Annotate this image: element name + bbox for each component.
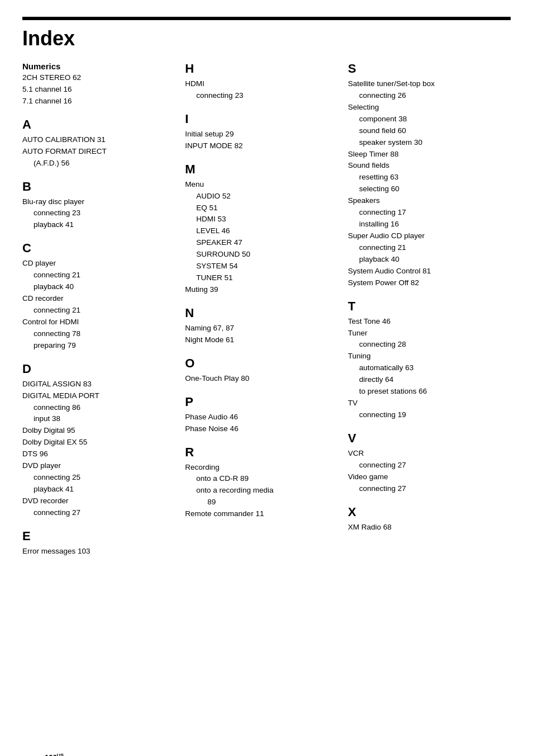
entry-dmp-input: input 38 (22, 413, 174, 425)
page-number: 106US (45, 753, 64, 756)
entry-super-audio-cd-playback: playback 40 (348, 254, 499, 266)
entry-sound-fields-selecting: selecting 60 (348, 183, 499, 195)
entry-system-power-off: System Power Off 82 (348, 277, 499, 289)
entry-cd-player: CD player (22, 258, 174, 270)
entry-cd-player-connecting: connecting 21 (22, 270, 174, 281)
entry-menu: Menu (185, 179, 336, 191)
entry-menu-level: LEVEL 46 (185, 225, 336, 237)
entry-speakers-connecting: connecting 17 (348, 207, 499, 219)
section-numerics: Numerics 2CH STEREO 62 5.1 channel 16 7.… (22, 62, 174, 107)
entry-menu-audio: AUDIO 52 (185, 191, 336, 202)
entry-auto-calibration: AUTO CALIBRATION 31 (22, 134, 174, 146)
entry-phase-audio: Phase Audio 46 (185, 412, 336, 423)
section-letter-v: V (348, 431, 499, 446)
entry-xm-radio: XM Radio 68 (348, 522, 499, 533)
entry-hdmi-connecting: connecting 23 (185, 90, 336, 102)
entry-error-messages: Error messages 103 (22, 546, 174, 557)
entry-dvd-recorder-connecting: connecting 27 (22, 507, 174, 519)
entry-input-mode: INPUT MODE 82 (185, 140, 336, 152)
entry-satellite-tuner: Satellite tuner/Set-top box (348, 78, 499, 90)
entry-tuner-connecting: connecting 28 (348, 339, 499, 351)
section-letter-r: R (185, 445, 336, 460)
section-letter-x: X (348, 505, 499, 519)
entry-digital-media-port: DIGITAL MEDIA PORT (22, 390, 174, 402)
entry-control-hdmi-preparing: preparing 79 (22, 340, 174, 352)
entry-satellite-connecting: connecting 26 (348, 90, 499, 102)
index-columns: Numerics 2CH STEREO 62 5.1 channel 16 7.… (22, 62, 511, 568)
section-c: C CD player connecting 21 playback 40 CD… (22, 241, 174, 351)
entry-speakers: Speakers (348, 195, 499, 207)
section-v: V VCR connecting 27 Video game connectin… (348, 431, 499, 495)
entry-bluray: Blu-ray disc player (22, 196, 174, 208)
entry-bluray-playback: playback 41 (22, 219, 174, 231)
entry-dolby-digital-ex: Dolby Digital EX 55 (22, 437, 174, 448)
entry-tuning: Tuning (348, 351, 499, 362)
section-letter-o: O (185, 356, 336, 371)
column-2: H HDMI connecting 23 I Initial setup 29 … (185, 62, 348, 530)
entry-dvd-player-playback: playback 41 (22, 484, 174, 495)
entry-control-hdmi-connecting: connecting 78 (22, 328, 174, 340)
entry-dvd-player: DVD player (22, 460, 174, 472)
entry-sleep-timer: Sleep Timer 88 (348, 149, 499, 160)
section-b: B Blu-ray disc player connecting 23 play… (22, 179, 174, 231)
entry-super-audio-cd-connecting: connecting 21 (348, 242, 499, 254)
entry-menu-system: SYSTEM 54 (185, 261, 336, 272)
entry-hdmi: HDMI (185, 78, 336, 90)
section-r: R Recording onto a CD-R 89 onto a record… (185, 445, 336, 521)
page-title: Index (22, 27, 511, 50)
entry-dmp-connecting: connecting 86 (22, 402, 174, 414)
entry-system-audio-control: System Audio Control 81 (348, 266, 499, 277)
section-a: A AUTO CALIBRATION 31 AUTO FORMAT DIRECT… (22, 117, 174, 169)
section-letter-t: T (348, 299, 499, 314)
section-s: S Satellite tuner/Set-top box connecting… (348, 62, 499, 289)
entry-menu-speaker: SPEAKER 47 (185, 237, 336, 249)
entry-bluray-connecting: connecting 23 (22, 207, 174, 219)
column-3: S Satellite tuner/Set-top box connecting… (348, 62, 511, 544)
entry-dts: DTS 96 (22, 448, 174, 460)
entry-cd-recorder-connecting: connecting 21 (22, 305, 174, 316)
entry-71channel: 7.1 channel 16 (22, 96, 174, 107)
section-o: O One-Touch Play 80 (185, 356, 336, 385)
entry-vcr: VCR (348, 448, 499, 460)
entry-initial-setup: Initial setup 29 (185, 129, 336, 140)
entry-video-game: Video game (348, 471, 499, 483)
entry-menu-surround: SURROUND 50 (185, 249, 336, 261)
section-d: D DIGITAL ASSIGN 83 DIGITAL MEDIA PORT c… (22, 362, 174, 519)
section-letter-s: S (348, 62, 499, 76)
entry-sound-fields: Sound fields (348, 160, 499, 172)
entry-tv: TV (348, 398, 499, 409)
section-h: H HDMI connecting 23 (185, 62, 336, 102)
entry-tuning-preset-stations: to preset stations 66 (348, 386, 499, 398)
entry-cd-player-playback: playback 40 (22, 281, 174, 293)
entry-dvd-player-connecting: connecting 25 (22, 472, 174, 484)
entry-recording-media-page: 89 (185, 497, 336, 508)
entry-51channel: 5.1 channel 16 (22, 84, 174, 96)
section-m: M Menu AUDIO 52 EQ 51 HDMI 53 LEVEL 46 S… (185, 162, 336, 296)
entry-digital-assign: DIGITAL ASSIGN 83 (22, 379, 174, 390)
entry-auto-format-direct: AUTO FORMAT DIRECT (22, 146, 174, 158)
section-letter-m: M (185, 162, 336, 177)
section-t: T Test Tone 46 Tuner connecting 28 Tunin… (348, 299, 499, 421)
top-border (22, 17, 511, 20)
entry-vcr-connecting: connecting 27 (348, 460, 499, 471)
entry-tuning-automatically: automatically 63 (348, 362, 499, 374)
entry-2ch-stereo: 2CH STEREO 62 (22, 72, 174, 84)
entry-dolby-digital: Dolby Digital 95 (22, 425, 174, 437)
entry-recording-media: onto a recording media (185, 485, 336, 497)
entry-night-mode: Night Mode 61 (185, 334, 336, 346)
entry-selecting-component: component 38 (348, 114, 499, 125)
entry-tv-connecting: connecting 19 (348, 409, 499, 421)
entry-speakers-installing: installing 16 (348, 219, 499, 230)
entry-test-tone: Test Tone 46 (348, 316, 499, 328)
entry-tuner: Tuner (348, 328, 499, 339)
entry-remote-commander: Remote commander 11 (185, 508, 336, 520)
entry-selecting: Selecting (348, 102, 499, 114)
section-x: X XM Radio 68 (348, 505, 499, 533)
section-i: I Initial setup 29 INPUT MODE 82 (185, 112, 336, 152)
section-e: E Error messages 103 (22, 529, 174, 557)
entry-menu-hdmi: HDMI 53 (185, 214, 336, 225)
column-1: Numerics 2CH STEREO 62 5.1 channel 16 7.… (22, 62, 185, 568)
section-n: N Naming 67, 87 Night Mode 61 (185, 306, 336, 346)
section-letter-b: B (22, 179, 174, 194)
entry-menu-eq: EQ 51 (185, 202, 336, 214)
